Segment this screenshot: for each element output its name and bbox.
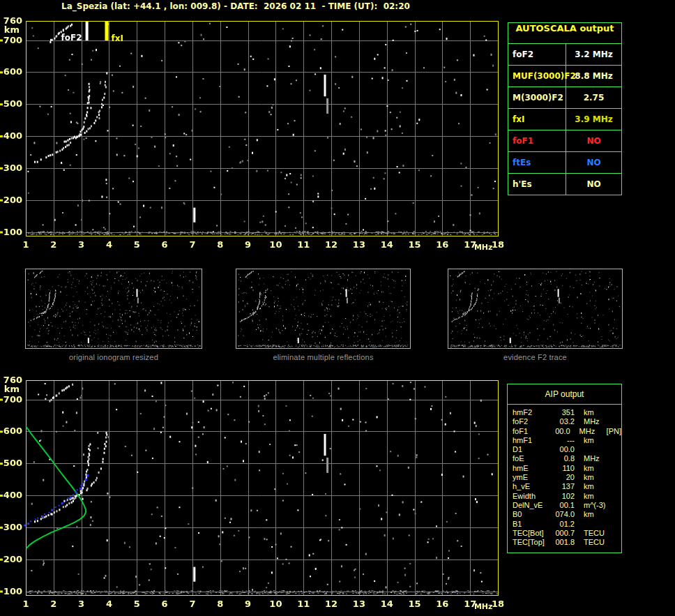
- parameter-unit: km: [584, 482, 613, 491]
- aip-row-foE: foE0.8MHz: [508, 454, 621, 463]
- parameter-name: ymE: [508, 473, 550, 482]
- parameter-name: DelN_vE: [508, 501, 550, 510]
- autoscala-output-table: AUTOSCALA output foF23.2 MHzMUF(3000)F28…: [508, 22, 622, 195]
- parameter-unit: km: [584, 408, 613, 417]
- aip-table-header: AIP output: [508, 384, 621, 405]
- parameter-value: 137: [550, 482, 575, 491]
- autoscala-row-ftEs: ftEsNO: [508, 151, 621, 173]
- aip-output-table: AIP output hmF2351kmfoF203.2MHzfoF100.0M…: [507, 384, 622, 553]
- parameter-unit: km: [584, 464, 613, 473]
- parameter-value: 03.2: [550, 417, 575, 426]
- parameter-value: 8.8 MHz: [566, 66, 621, 87]
- parameter-unit: MHz: [584, 454, 613, 463]
- parameter-name: TEC[Top]: [508, 538, 550, 547]
- parameter-label: M(3000)F2: [508, 87, 566, 108]
- parameter-name: B0: [508, 510, 550, 519]
- aip-row-TECBot: TEC[Bot]000.7TECU: [508, 529, 621, 538]
- autoscala-table-header: AUTOSCALA output: [508, 23, 621, 43]
- thumbnail-canvas: [448, 269, 622, 348]
- parameter-unit: [584, 445, 613, 454]
- parameter-unit: TECU: [584, 538, 613, 547]
- parameter-unit: km: [584, 473, 613, 482]
- profile-ionogram-plot: [0, 359, 509, 616]
- thumbnail-canvas: [236, 269, 410, 348]
- parameter-name: D1: [508, 445, 550, 454]
- parameter-value: 20: [550, 473, 575, 482]
- parameter-flag: [PN]: [607, 427, 621, 436]
- parameter-unit: [584, 520, 613, 529]
- parameter-value: 00.0: [547, 427, 570, 436]
- parameter-name: hmF1: [508, 436, 550, 445]
- parameter-label: foF1: [508, 130, 566, 151]
- parameter-value: NO: [566, 130, 621, 151]
- parameter-name: B1: [508, 520, 550, 529]
- aip-row-ymE: ymE20km: [508, 473, 621, 482]
- parameter-value: 000.7: [550, 529, 575, 538]
- aip-row-B1: B101.2: [508, 520, 621, 529]
- autoscala-row-M3000F2: M(3000)F22.75: [508, 87, 621, 108]
- parameter-value: 110: [550, 464, 575, 473]
- parameter-value: 074.0: [550, 510, 575, 519]
- aip-table-rows: hmF2351kmfoF203.2MHzfoF100.0MHz[PN]hmF1-…: [508, 405, 621, 547]
- parameter-value: 102: [550, 492, 575, 501]
- parameter-unit: MHz: [584, 417, 613, 426]
- parameter-label: ftEs: [508, 152, 566, 173]
- main-ionogram-plot: [0, 0, 509, 258]
- parameter-value: NO: [566, 152, 621, 173]
- thumbnail-eliminate-reflections: [236, 269, 411, 349]
- parameter-unit: km: [584, 436, 613, 445]
- parameter-name: foF1: [508, 427, 547, 436]
- parameter-name: hmE: [508, 464, 550, 473]
- autoscala-table-rows: foF23.2 MHzMUF(3000)F28.8 MHzM(3000)F22.…: [508, 43, 621, 195]
- parameter-unit: km: [584, 510, 613, 519]
- autoscala-row-hEs: h'EsNO: [508, 173, 621, 195]
- thumbnail-canvas: [26, 269, 202, 348]
- aip-row-foF1: foF100.0MHz[PN]: [508, 427, 621, 436]
- aip-row-hmE: hmE110km: [508, 464, 621, 473]
- aip-row-hmF2: hmF2351km: [508, 408, 621, 417]
- autoscala-row-foF2: foF23.2 MHz: [508, 43, 621, 65]
- parameter-unit: m^(-3): [584, 501, 613, 510]
- parameter-name: foF2: [508, 417, 550, 426]
- parameter-value: 0.8: [550, 454, 575, 463]
- aip-row-DelNvE: DelN_vE00.1m^(-3): [508, 501, 621, 510]
- autoscala-row-fxI: fxI3.9 MHz: [508, 108, 621, 130]
- parameter-value: 351: [550, 408, 575, 417]
- parameter-value: 2.75: [566, 87, 621, 108]
- parameter-unit: TECU: [584, 529, 613, 538]
- parameter-value: 3.9 MHz: [566, 109, 621, 130]
- aip-row-Ewidth: Ewidth102km: [508, 492, 621, 501]
- parameter-name: TEC[Bot]: [508, 529, 550, 538]
- aip-row-foF2: foF203.2MHz: [508, 417, 621, 426]
- thumbnail-original-ionogram: [25, 269, 202, 349]
- aip-row-D1: D100.0: [508, 445, 621, 454]
- parameter-unit: MHz: [579, 427, 607, 436]
- aip-row-hvE: h_vE137km: [508, 482, 621, 491]
- parameter-label: MUF(3000)F2: [508, 66, 566, 87]
- parameter-unit: km: [584, 492, 613, 501]
- parameter-label: fxI: [508, 109, 566, 130]
- parameter-value: 00.0: [550, 445, 575, 454]
- aip-row-hmF1: hmF1---km: [508, 436, 621, 445]
- parameter-name: Ewidth: [508, 492, 550, 501]
- parameter-value: 001.8: [550, 538, 575, 547]
- parameter-value: ---: [550, 436, 575, 445]
- parameter-value: 3.2 MHz: [566, 44, 621, 65]
- aip-row-B0: B0074.0km: [508, 510, 621, 519]
- parameter-value: 01.2: [550, 520, 575, 529]
- parameter-value: NO: [566, 174, 621, 195]
- autoscala-window: La_Spezia (lat: +44.1 , lon: 009.8) - DA…: [0, 0, 675, 616]
- parameter-label: foF2: [508, 44, 566, 65]
- parameter-name: hmF2: [508, 408, 550, 417]
- autoscala-row-foF1: foF1NO: [508, 130, 621, 151]
- parameter-value: 00.1: [550, 501, 575, 510]
- aip-row-TECTop: TEC[Top]001.8TECU: [508, 538, 621, 547]
- autoscala-row-MUF3000F2: MUF(3000)F28.8 MHz: [508, 65, 621, 87]
- parameter-label: h'Es: [508, 174, 566, 195]
- parameter-name: foE: [508, 454, 550, 463]
- thumbnail-evidence-f2: [448, 269, 623, 349]
- parameter-name: h_vE: [508, 482, 550, 491]
